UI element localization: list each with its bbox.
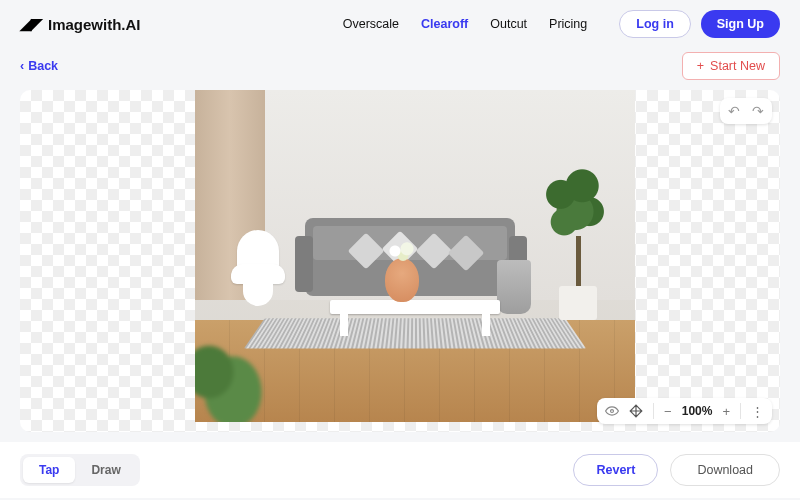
footer-bar: Tap Draw Revert Download [0,442,800,498]
move-icon[interactable] [629,404,643,418]
zoom-in-icon[interactable]: + [722,404,730,419]
nav-overscale[interactable]: Overscale [343,17,399,31]
canvas-area[interactable]: ↶ ↷ − 100% + ⋮ [20,90,780,432]
undo-redo-panel: ↶ ↷ [720,98,772,124]
nav-clearoff[interactable]: Clearoff [421,17,468,31]
nav-outcut[interactable]: Outcut [490,17,527,31]
tool-mode-segmented: Tap Draw [20,454,140,486]
login-button[interactable]: Log in [619,10,691,38]
revert-button[interactable]: Revert [573,454,658,486]
redo-icon[interactable]: ↷ [752,103,764,119]
mode-draw-button[interactable]: Draw [75,457,136,483]
main-nav: Overscale Clearoff Outcut Pricing Log in… [343,10,780,38]
logo-text: Imagewith.AI [48,16,141,33]
logo[interactable]: ◢◤ Imagewith.AI [20,15,141,33]
footer-actions: Revert Download [573,454,780,486]
more-icon[interactable]: ⋮ [751,404,764,419]
nav-pricing[interactable]: Pricing [549,17,587,31]
start-new-label: Start New [710,59,765,73]
workspace-image[interactable] [195,90,635,422]
mode-tap-button[interactable]: Tap [23,457,75,483]
plus-icon: + [697,59,704,73]
svg-point-0 [611,410,614,413]
sub-bar: ‹ Back + Start New [0,48,800,90]
signup-button[interactable]: Sign Up [701,10,780,38]
zoom-out-icon[interactable]: − [664,404,672,419]
logo-icon: ◢◤ [20,15,42,33]
back-label: Back [28,59,58,73]
header: ◢◤ Imagewith.AI Overscale Clearoff Outcu… [0,0,800,48]
zoom-panel: − 100% + ⋮ [597,398,772,424]
start-new-button[interactable]: + Start New [682,52,780,80]
chevron-left-icon: ‹ [20,59,24,73]
eye-icon[interactable] [605,404,619,418]
auth-buttons: Log in Sign Up [619,10,780,38]
download-button[interactable]: Download [670,454,780,486]
undo-icon[interactable]: ↶ [728,103,740,119]
zoom-level: 100% [682,404,713,418]
back-link[interactable]: ‹ Back [20,59,58,73]
